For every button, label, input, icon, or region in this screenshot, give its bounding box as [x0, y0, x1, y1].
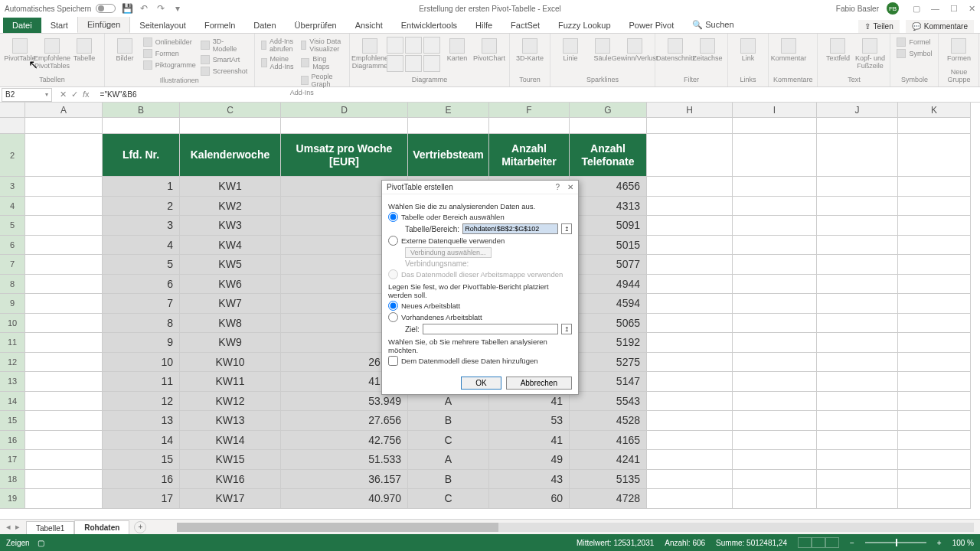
dialog-help-icon[interactable]: ?: [555, 183, 560, 191]
col-header-A[interactable]: A: [25, 103, 103, 118]
data-cell[interactable]: [25, 216, 103, 236]
data-cell[interactable]: [733, 197, 817, 217]
tab-formeln[interactable]: Formeln: [195, 18, 244, 33]
cell[interactable]: [647, 118, 733, 134]
data-cell[interactable]: KW10: [180, 353, 281, 373]
cell[interactable]: [180, 118, 281, 134]
data-cell[interactable]: 5091: [570, 216, 647, 236]
meine-addins-button[interactable]: Meine Add-Ins: [260, 54, 299, 71]
row-header-11[interactable]: 11: [0, 333, 25, 353]
data-cell[interactable]: 4: [103, 236, 180, 256]
col-header-G[interactable]: G: [570, 103, 647, 118]
data-cell[interactable]: [817, 333, 898, 353]
row-header-1[interactable]: [0, 118, 25, 134]
data-cell[interactable]: B: [408, 411, 489, 431]
formel-button[interactable]: Formel: [895, 37, 933, 47]
data-cell[interactable]: [817, 411, 898, 431]
empfohlene-diagramme-button[interactable]: Empfohlene Diagramme: [354, 37, 385, 70]
tab-ansicht[interactable]: Ansicht: [346, 18, 392, 33]
col-header-H[interactable]: H: [647, 103, 733, 118]
data-cell[interactable]: KW14: [180, 431, 281, 451]
data-cell[interactable]: [898, 314, 971, 334]
data-cell[interactable]: [25, 431, 103, 451]
data-cell[interactable]: 5135: [570, 470, 647, 490]
data-cell[interactable]: KW8: [180, 314, 281, 334]
data-cell[interactable]: [733, 216, 817, 236]
data-cell[interactable]: [647, 275, 733, 295]
data-cell[interactable]: KW16: [180, 470, 281, 490]
data-cell[interactable]: [733, 275, 817, 295]
tab-daten[interactable]: Daten: [244, 18, 285, 33]
tab-seitenlayout[interactable]: Seitenlayout: [130, 18, 195, 33]
data-cell[interactable]: [733, 353, 817, 373]
sheet-nav-next-icon[interactable]: ▸: [15, 522, 20, 532]
d3modelle-button[interactable]: 3D-Modelle: [199, 37, 250, 54]
data-cell[interactable]: 10: [103, 353, 180, 373]
horizontal-scrollbar[interactable]: [177, 523, 974, 532]
data-cell[interactable]: [898, 275, 971, 295]
screenshot-button[interactable]: Screenshot: [199, 66, 250, 77]
radio-table-range[interactable]: Tabelle oder Bereich auswählen: [388, 212, 572, 222]
row-header-17[interactable]: 17: [0, 450, 25, 470]
data-cell[interactable]: [647, 372, 733, 392]
header-cell[interactable]: Vertriebsteam: [408, 134, 489, 177]
data-cell[interactable]: [25, 255, 103, 275]
data-cell[interactable]: 15: [103, 450, 180, 470]
piktogramme-button[interactable]: Piktogramme: [142, 60, 198, 70]
data-cell[interactable]: [817, 372, 898, 392]
data-cell[interactable]: [647, 177, 733, 197]
cell[interactable]: [733, 118, 817, 134]
data-cell[interactable]: [817, 470, 898, 490]
data-cell[interactable]: 2: [103, 197, 180, 217]
data-cell[interactable]: [647, 236, 733, 256]
row-header-15[interactable]: 15: [0, 411, 25, 431]
formen-button[interactable]: Formen: [142, 48, 198, 59]
check-datamodel[interactable]: Dem Datenmodell diese Daten hinzufügen: [388, 356, 572, 366]
data-cell[interactable]: 16: [103, 470, 180, 490]
tab-entwicklertools[interactable]: Entwicklertools: [392, 18, 466, 33]
data-cell[interactable]: [898, 411, 971, 431]
col-header-I[interactable]: I: [733, 103, 817, 118]
data-cell[interactable]: [733, 236, 817, 256]
close-window-icon[interactable]: ✕: [969, 4, 975, 14]
tab-powerpivot[interactable]: Power Pivot: [620, 18, 684, 33]
search-box[interactable]: 🔍 Suchen: [683, 17, 743, 33]
data-cell[interactable]: [647, 411, 733, 431]
header-cell[interactable]: Kalenderwoche: [180, 134, 281, 177]
data-cell[interactable]: 49: [489, 450, 570, 470]
data-cell[interactable]: KW6: [180, 275, 281, 295]
comments-button[interactable]: 💬 Kommentare: [906, 20, 974, 33]
data-cell[interactable]: 40.970: [281, 489, 408, 509]
data-cell[interactable]: 51.533: [281, 450, 408, 470]
data-cell[interactable]: [25, 372, 103, 392]
undo-icon[interactable]: ↶: [139, 3, 149, 14]
data-cell[interactable]: 4528: [570, 411, 647, 431]
data-cell[interactable]: [733, 470, 817, 490]
minimize-icon[interactable]: —: [931, 4, 939, 14]
user-avatar[interactable]: FB: [887, 2, 899, 15]
data-cell[interactable]: [25, 470, 103, 490]
data-cell[interactable]: 12: [103, 392, 180, 412]
row-header-2[interactable]: 2: [0, 134, 25, 177]
zoom-slider[interactable]: [865, 542, 926, 543]
data-cell[interactable]: KW7: [180, 294, 281, 314]
data-cell[interactable]: [733, 294, 817, 314]
data-cell[interactable]: 1: [103, 177, 180, 197]
spark-linie-button[interactable]: Linie: [555, 37, 586, 63]
tab-fuzzy[interactable]: Fuzzy Lookup: [549, 18, 619, 33]
enter-formula-icon[interactable]: ✓: [71, 90, 78, 99]
radio-existing-sheet[interactable]: Vorhandenes Arbeitsblatt: [388, 312, 572, 322]
karten-button[interactable]: Karten: [442, 37, 472, 63]
data-cell[interactable]: [733, 177, 817, 197]
ok-button[interactable]: OK: [461, 377, 501, 390]
tab-factset[interactable]: FactSet: [501, 18, 549, 33]
kopf-button[interactable]: Kopf- und Fußzeile: [854, 37, 885, 70]
row-header-9[interactable]: 9: [0, 294, 25, 314]
data-cell[interactable]: [733, 392, 817, 412]
data-cell[interactable]: KW11: [180, 372, 281, 392]
data-cell[interactable]: 8: [103, 314, 180, 334]
save-icon[interactable]: 💾: [122, 3, 132, 14]
data-cell[interactable]: 5065: [570, 314, 647, 334]
col-header-D[interactable]: D: [281, 103, 408, 118]
zeitachse-button[interactable]: Zeitachse: [692, 37, 723, 63]
